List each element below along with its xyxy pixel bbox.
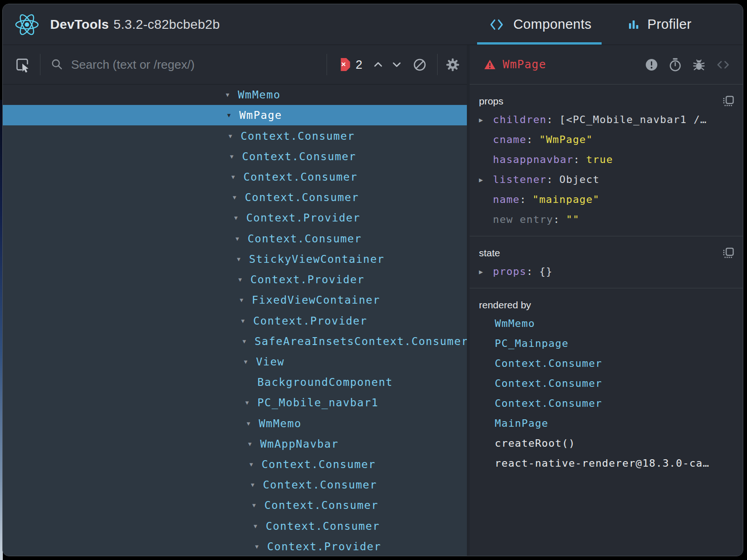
tree-row[interactable]: ▾WmPage xyxy=(3,105,467,125)
chevron-down-icon[interactable]: ▾ xyxy=(236,234,248,243)
chevron-down-icon[interactable]: ▾ xyxy=(241,317,253,325)
component-name: Context.Provider xyxy=(250,273,365,286)
tree-row[interactable]: ▾Context.Provider xyxy=(3,536,467,556)
tree-row[interactable]: ▾WmAppNavbar xyxy=(3,434,467,454)
chevron-down-icon[interactable]: ▾ xyxy=(244,358,256,366)
copy-props-button[interactable] xyxy=(722,95,734,108)
prop-value[interactable]: Object xyxy=(559,174,600,185)
tree-row[interactable]: ▾Context.Consumer xyxy=(3,495,467,515)
tree-row[interactable]: ▾View xyxy=(3,352,467,372)
chevron-down-icon[interactable]: ▾ xyxy=(229,132,241,140)
chevron-down-icon[interactable]: ▾ xyxy=(237,255,249,263)
tab-profiler[interactable]: Profiler xyxy=(617,4,701,45)
prop-row[interactable]: name:"mainpage" xyxy=(475,189,734,209)
chevron-down-icon[interactable]: ▾ xyxy=(231,173,243,181)
tree-row[interactable]: ▾Context.Consumer xyxy=(3,187,467,208)
tree-row[interactable]: ▾Context.Provider xyxy=(3,310,467,331)
tree-row[interactable]: ▾Context.Provider xyxy=(3,208,467,228)
view-source-button[interactable] xyxy=(715,57,731,72)
prop-value[interactable]: "WmPage" xyxy=(539,134,593,145)
tree-row[interactable]: ▾Context.Consumer xyxy=(3,167,467,187)
prop-row[interactable]: ▸props:{} xyxy=(475,261,734,281)
prop-value[interactable]: [<PC_Mobile_navbar1 /… xyxy=(559,114,707,125)
copy-state-button[interactable] xyxy=(722,247,734,260)
chevron-down-icon[interactable]: ▾ xyxy=(238,275,250,284)
prop-value[interactable]: true xyxy=(586,154,613,165)
chevron-right-icon[interactable]: ▸ xyxy=(479,175,493,184)
tree-row[interactable]: ▾Context.Consumer xyxy=(3,125,467,146)
chevron-down-icon[interactable]: ▾ xyxy=(247,419,259,428)
chevron-right-icon[interactable]: ▸ xyxy=(479,267,493,276)
tree-row[interactable]: ▾Context.Consumer xyxy=(3,516,467,536)
prop-value[interactable]: "mainpage" xyxy=(532,194,599,205)
chevron-down-icon[interactable]: ▾ xyxy=(227,111,239,119)
chevron-down-icon xyxy=(390,58,403,71)
clear-errors-button[interactable] xyxy=(413,58,427,72)
prop-row[interactable]: cname:"WmPage" xyxy=(475,130,734,150)
inspector-header: WmPage xyxy=(470,45,743,85)
tree-row[interactable]: ▾Context.Consumer xyxy=(3,228,467,249)
rendered-by-item[interactable]: WmMemo xyxy=(475,313,734,333)
stopwatch-icon xyxy=(668,58,682,72)
tree-row[interactable]: ▾FixedViewContainer xyxy=(3,290,467,310)
suspend-component-button[interactable] xyxy=(668,58,682,72)
tree-row[interactable]: ▾StickyViewContainer xyxy=(3,249,467,269)
previous-error-button[interactable] xyxy=(372,58,385,71)
chevron-down-icon[interactable]: ▾ xyxy=(240,296,252,304)
tree-row[interactable]: ▾PC_Mobile_navbar1 xyxy=(3,392,467,413)
chevron-down-icon[interactable]: ▾ xyxy=(233,193,245,202)
prop-row[interactable]: ▸children:[<PC_Mobile_navbar1 /… xyxy=(475,110,734,130)
tab-components[interactable]: Components xyxy=(477,4,602,45)
log-component-data-button[interactable] xyxy=(692,58,706,72)
chevron-down-icon[interactable]: ▾ xyxy=(248,440,260,448)
rendered-by-item[interactable]: Context.Consumer xyxy=(475,353,734,373)
tree-row[interactable]: ▾Context.Provider xyxy=(3,269,467,290)
search-input[interactable] xyxy=(71,58,327,72)
rendered-by-item[interactable]: Context.Consumer xyxy=(475,393,734,413)
tree-row[interactable]: ▾SafeAreaInsetsContext.Consumer xyxy=(3,331,467,352)
inspect-element-button[interactable] xyxy=(14,56,31,73)
chevron-down-icon[interactable]: ▾ xyxy=(245,398,257,407)
prop-row[interactable]: ▸listener:Object xyxy=(475,169,734,189)
component-name: WmPage xyxy=(239,109,282,121)
exclamation-circle-icon xyxy=(644,58,659,72)
prop-value[interactable]: {} xyxy=(539,266,553,277)
chevron-down-icon[interactable]: ▾ xyxy=(254,522,266,530)
component-name: WmMemo xyxy=(238,89,281,101)
chevron-up-icon xyxy=(372,58,385,71)
chevron-down-icon[interactable]: ▾ xyxy=(249,460,262,469)
chevron-down-icon[interactable]: ▾ xyxy=(252,501,264,509)
top-bar: DevTools5.3.2-c82bcbeb2b Components xyxy=(3,4,743,45)
chevron-down-icon[interactable]: ▾ xyxy=(226,91,238,99)
component-name: Context.Consumer xyxy=(263,479,377,491)
tree-row[interactable]: ▾Context.Consumer xyxy=(3,454,467,475)
settings-button[interactable] xyxy=(445,57,460,72)
component-tree: ▾WmMemo▾WmPage▾Context.Consumer▾Context.… xyxy=(3,85,467,556)
next-error-button[interactable] xyxy=(390,58,403,71)
state-section: state xyxy=(470,236,743,288)
tree-row[interactable]: ▾Context.Consumer xyxy=(3,146,467,167)
chevron-down-icon[interactable]: ▾ xyxy=(242,337,255,345)
prop-key: new entry xyxy=(493,214,553,225)
react-logo-icon xyxy=(15,13,39,37)
rendered-by-item[interactable]: Context.Consumer xyxy=(475,373,734,393)
prop-row[interactable]: hasappnavbar:true xyxy=(475,150,734,169)
tree-row[interactable]: ▾WmMemo xyxy=(3,413,467,434)
prop-value[interactable]: "" xyxy=(566,214,579,225)
component-name: Context.Consumer xyxy=(266,520,380,532)
chevron-down-icon[interactable]: ▾ xyxy=(251,481,263,489)
chevron-down-icon[interactable]: ▾ xyxy=(230,152,242,161)
rendered-by-item[interactable]: MainPage xyxy=(475,413,734,433)
tree-row[interactable]: ▾WmMemo xyxy=(3,85,467,105)
prop-row[interactable]: new entry:"" xyxy=(475,209,734,229)
component-name: Context.Provider xyxy=(246,212,360,224)
rendered-by-item[interactable]: PC_Mainpage xyxy=(475,333,734,353)
copy-icon xyxy=(722,247,734,260)
tree-row[interactable]: ▾BackgroundComponent xyxy=(3,372,467,392)
tree-row[interactable]: ▾Context.Consumer xyxy=(3,475,467,495)
toggle-error-state-button[interactable] xyxy=(644,58,659,72)
chevron-down-icon[interactable]: ▾ xyxy=(234,214,246,222)
chevron-right-icon[interactable]: ▸ xyxy=(479,115,493,124)
divider xyxy=(40,54,40,75)
chevron-down-icon[interactable]: ▾ xyxy=(255,542,267,551)
